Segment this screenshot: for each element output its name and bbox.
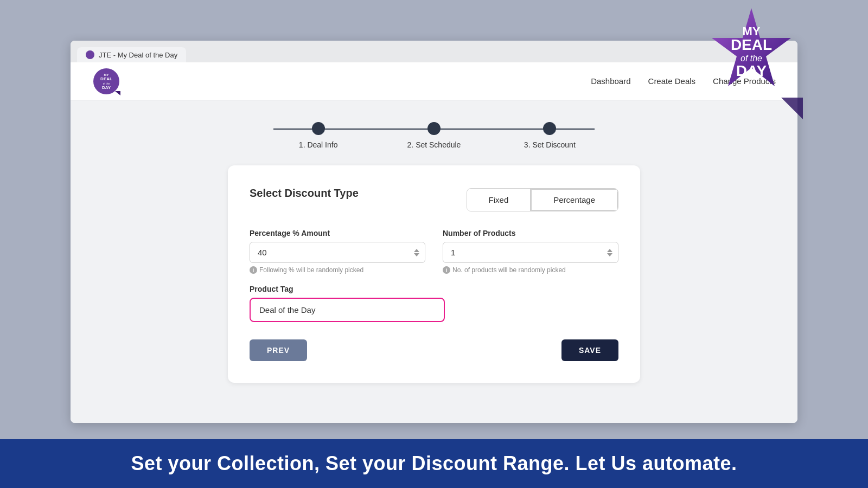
step-track: 1. Deal Info 2. Set Schedule 3. Set Disc…	[260, 122, 608, 149]
products-input-wrap	[443, 242, 618, 263]
fields-row: Percentage % Amount i Following % will b…	[250, 229, 618, 274]
tab-title: JTE - My Deal of the Day	[99, 51, 177, 59]
browser-window: JTE - My Deal of the Day MY DEAL of the …	[71, 41, 797, 423]
logo: MY DEAL of the DAY	[92, 67, 120, 95]
percentage-field-group: Percentage % Amount i Following % will b…	[250, 229, 425, 274]
step-3-dot	[543, 122, 556, 135]
browser-tab[interactable]: JTE - My Deal of the Day	[77, 47, 186, 62]
browser-tab-bar: JTE - My Deal of the Day	[71, 41, 797, 62]
promo-badge-svg: MY DEAL of the DAY	[700, 5, 803, 119]
percentage-hint-icon: i	[250, 266, 257, 274]
section-title: Select Discount Type	[250, 187, 359, 200]
products-hint-text: No. of products will be randomly picked	[452, 266, 566, 274]
discount-type-row: Select Discount Type Fixed Percentage	[250, 187, 618, 213]
step-progress: 1. Deal Info 2. Set Schedule 3. Set Disc…	[71, 100, 797, 160]
products-up-arrow[interactable]	[607, 249, 612, 252]
step-3-label: 3. Set Discount	[524, 140, 576, 149]
svg-text:DEAL: DEAL	[731, 36, 772, 53]
banner-text: Set your Collection, Set your Discount R…	[131, 452, 737, 475]
nav-create-deals[interactable]: Create Deals	[648, 76, 696, 86]
percentage-hint-text: Following % will be randomly picked	[259, 266, 363, 274]
percentage-up-arrow[interactable]	[414, 249, 419, 252]
svg-marker-5	[115, 91, 120, 95]
logo-area: MY DEAL of the DAY	[92, 67, 120, 95]
step-1-dot	[312, 122, 325, 135]
fixed-btn[interactable]: Fixed	[467, 189, 531, 211]
svg-point-0	[93, 68, 119, 94]
tab-favicon	[86, 50, 94, 59]
products-field-group: Number of Products i No. of products wil…	[443, 229, 618, 274]
bottom-banner: Set your Collection, Set your Discount R…	[0, 439, 868, 488]
nav-dashboard[interactable]: Dashboard	[591, 76, 630, 86]
svg-marker-7	[781, 98, 803, 119]
percentage-btn[interactable]: Percentage	[531, 189, 618, 211]
percentage-down-arrow[interactable]	[414, 253, 419, 256]
products-down-arrow[interactable]	[607, 253, 612, 256]
step-1: 1. Deal Info	[260, 122, 376, 149]
percentage-spinner	[414, 249, 419, 256]
discount-type-toggle: Fixed Percentage	[467, 188, 618, 211]
svg-text:of the: of the	[741, 54, 762, 63]
percentage-label: Percentage % Amount	[250, 229, 425, 237]
product-tag-input[interactable]	[250, 298, 445, 322]
product-tag-section: Product Tag	[250, 285, 618, 322]
step-2: 2. Set Schedule	[376, 122, 492, 149]
button-row: PREV SAVE	[250, 339, 618, 361]
logo-icon: MY DEAL of the DAY	[92, 67, 120, 95]
save-button[interactable]: SAVE	[561, 339, 618, 361]
products-spinner	[607, 249, 612, 256]
svg-text:DAY: DAY	[102, 85, 111, 90]
form-card: Select Discount Type Fixed Percentage Pe…	[228, 165, 640, 383]
step-3: 3. Set Discount	[492, 122, 608, 149]
percentage-input[interactable]	[258, 248, 392, 257]
step-2-label: 2. Set Schedule	[407, 140, 461, 149]
header: MY DEAL of the DAY Dashboard Create Deal…	[71, 62, 797, 100]
step-1-label: 1. Deal Info	[299, 140, 338, 149]
percentage-input-wrap	[250, 242, 425, 263]
products-label: Number of Products	[443, 229, 618, 237]
percentage-hint: i Following % will be randomly picked	[250, 266, 425, 274]
svg-text:DAY: DAY	[736, 62, 767, 79]
products-hint: i No. of products will be randomly picke…	[443, 266, 618, 274]
step-2-dot	[427, 122, 441, 135]
svg-text:DEAL: DEAL	[100, 76, 112, 81]
products-hint-icon: i	[443, 266, 450, 274]
product-tag-label: Product Tag	[250, 285, 618, 293]
promo-badge-container: MY DEAL of the DAY	[700, 5, 803, 119]
products-input[interactable]	[451, 248, 585, 257]
prev-button[interactable]: PREV	[250, 339, 307, 361]
main-content: MY DEAL of the DAY Dashboard Create Deal…	[71, 62, 797, 423]
